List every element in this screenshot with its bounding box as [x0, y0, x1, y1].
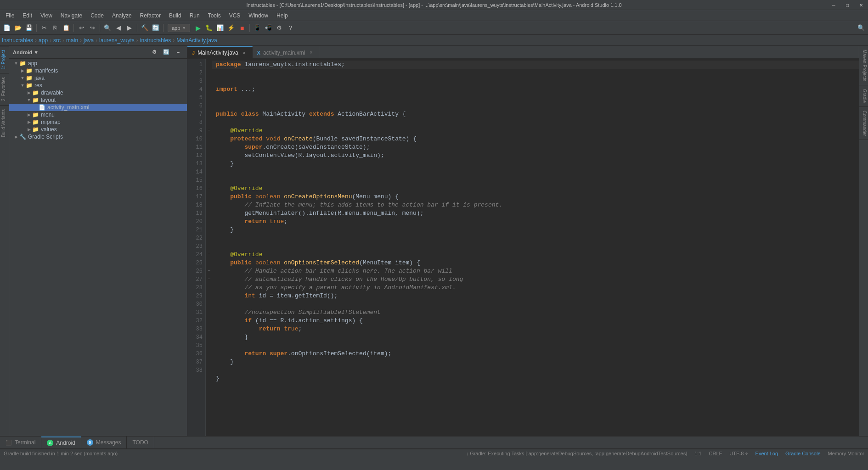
cut-button[interactable]: ✂	[39, 23, 49, 33]
redo-button[interactable]: ↪	[87, 23, 97, 33]
menu-run[interactable]: Run	[186, 11, 203, 20]
line-num-26: 26	[187, 267, 205, 275]
menu-file[interactable]: File	[2, 11, 18, 20]
menu-edit[interactable]: Edit	[19, 11, 36, 20]
tree-values[interactable]: ▶ 📁 values	[9, 126, 187, 133]
save-button[interactable]: 💾	[24, 23, 34, 33]
code-content[interactable]: package laurens_wuyts.instructables; imp…	[212, 59, 859, 436]
stop-button[interactable]: ■	[237, 23, 247, 33]
nav-instructables[interactable]: Instructables	[2, 37, 33, 44]
commander-tab[interactable]: Commander	[859, 107, 868, 140]
prev-button[interactable]: ◀	[113, 23, 124, 33]
copy-button[interactable]: ⎘	[50, 23, 60, 33]
maven-projects-tab[interactable]: Maven Projects	[859, 46, 868, 85]
menu-refactor[interactable]: Refactor	[136, 11, 164, 20]
tab-mainactivity-java[interactable]: J MainActivity.java ×	[187, 46, 253, 58]
fold-9[interactable]: −	[206, 127, 212, 135]
messages-tab[interactable]: 0 Messages	[81, 436, 127, 448]
new-file-button[interactable]: 📄	[2, 23, 12, 33]
nav-sep6: ›	[136, 37, 138, 44]
menu-navigate[interactable]: Navigate	[57, 11, 86, 20]
event-log-link[interactable]: Event Log	[755, 451, 778, 456]
nav-main[interactable]: main	[66, 37, 78, 44]
tree-menu[interactable]: ▶ 📁 menu	[9, 111, 187, 118]
sync-button[interactable]: 🔄	[151, 23, 161, 33]
run-config-selector[interactable]: app ▼	[168, 24, 190, 32]
close-button[interactable]: ✕	[854, 0, 868, 10]
tree-app[interactable]: ▼ 📁 app	[9, 60, 187, 67]
coverage-button[interactable]: 📊	[215, 23, 225, 33]
profile-button[interactable]: ⚡	[226, 23, 236, 33]
fold-26[interactable]: −	[206, 267, 212, 275]
tree-layout[interactable]: ▼ 📁 layout	[9, 96, 187, 104]
code-editor[interactable]: 1 2 3 4 5 6 7 8 9 10 11 12 13 14 15 16 1…	[187, 59, 859, 436]
menu-tools[interactable]: Tools	[204, 11, 225, 20]
tree-mipmap[interactable]: ▶ 📁 mipmap	[9, 118, 187, 126]
tree-res[interactable]: ▼ 📁 res	[9, 82, 187, 89]
fold-24[interactable]: −	[206, 251, 212, 259]
build-button[interactable]: 🔨	[140, 23, 150, 33]
open-button[interactable]: 📂	[13, 23, 23, 33]
paste-button[interactable]: 📋	[61, 23, 71, 33]
line-num-6: 6	[187, 102, 205, 110]
nav-src[interactable]: src	[53, 37, 61, 44]
tab-mainactivity-label: MainActivity.java	[197, 50, 238, 56]
tree-java[interactable]: ▼ 📁 java	[9, 74, 187, 82]
tree-activity-main-xml[interactable]: 📄 activity_main.xml	[9, 104, 187, 111]
gradle-tab[interactable]: Gradle	[859, 85, 868, 107]
search-everywhere-button[interactable]: 🔍	[856, 23, 866, 33]
terminal-tab[interactable]: ⬛ Terminal	[0, 436, 41, 448]
menu-build[interactable]: Build	[165, 11, 185, 20]
gradle-console-link[interactable]: Gradle Console	[785, 451, 820, 456]
nav-app[interactable]: app	[39, 37, 48, 44]
menu-window[interactable]: Window	[245, 11, 272, 20]
menu-help[interactable]: Help	[273, 11, 292, 20]
project-tool-window-tab[interactable]: 1: Project	[0, 46, 9, 73]
fold-21	[206, 226, 212, 234]
menu-vcs[interactable]: VCS	[225, 11, 244, 20]
favorites-tool-window-tab[interactable]: 2: Favorites	[0, 73, 9, 105]
minimize-button[interactable]: ─	[827, 0, 840, 10]
nav-laurens[interactable]: laurens_wuyts	[99, 37, 135, 44]
menu-view[interactable]: View	[37, 11, 56, 20]
maximize-button[interactable]: □	[840, 0, 854, 10]
toolbar-sep5	[163, 24, 163, 32]
fold-5	[206, 94, 212, 102]
android-tab[interactable]: A Android	[41, 436, 81, 448]
project-settings-btn[interactable]: ⚙	[149, 47, 159, 57]
fold-16[interactable]: −	[206, 185, 212, 193]
help-button[interactable]: ?	[285, 23, 295, 33]
fold-27[interactable]: −	[206, 275, 212, 284]
nav-mainactivity[interactable]: MainActivity.java	[176, 37, 217, 44]
project-sync-btn[interactable]: 🔄	[161, 47, 171, 57]
memory-monitor[interactable]: Memory Monitor	[828, 451, 864, 456]
menu-code[interactable]: Code	[87, 11, 107, 20]
cursor-position[interactable]: 1:1	[694, 451, 701, 456]
find-button[interactable]: 🔍	[102, 23, 113, 33]
status-left: Gradle build finished in 1 min 2 sec (mo…	[4, 451, 118, 456]
undo-button[interactable]: ↩	[76, 23, 86, 33]
sdk-button[interactable]: 📱	[252, 23, 262, 33]
tab-activity-main-xml[interactable]: X activity_main.xml ×	[253, 46, 320, 58]
line-num-36: 36	[187, 350, 205, 358]
nav-java[interactable]: java	[84, 37, 94, 44]
tree-drawable[interactable]: ▶ 📁 drawable	[9, 89, 187, 96]
project-collapse-btn[interactable]: −	[173, 47, 183, 57]
debug-button[interactable]: 🐛	[204, 23, 214, 33]
todo-tab[interactable]: TODO	[127, 436, 154, 448]
android-dropdown[interactable]: Android ▼	[13, 50, 39, 55]
menu-analyze[interactable]: Analyze	[108, 11, 135, 20]
line-ending[interactable]: CRLF	[709, 451, 722, 456]
tree-gradle-scripts[interactable]: ▶ 🔧 Gradle Scripts	[9, 133, 187, 140]
line-num-4: 4	[187, 85, 205, 94]
nav-instructables2[interactable]: instructables	[140, 37, 171, 44]
encoding[interactable]: UTF-8 ÷	[729, 451, 748, 456]
run-button[interactable]: ▶	[193, 23, 203, 33]
tree-manifests[interactable]: ▶ 📁 manifests	[9, 67, 187, 74]
next-button[interactable]: ▶	[124, 23, 135, 33]
avd-button[interactable]: 📲	[263, 23, 273, 33]
tab-activity-main-close[interactable]: ×	[308, 50, 314, 56]
tab-mainactivity-close[interactable]: ×	[241, 50, 248, 56]
settings-button[interactable]: ⚙	[274, 23, 284, 33]
build-variants-tab[interactable]: Build Variants	[0, 105, 9, 141]
